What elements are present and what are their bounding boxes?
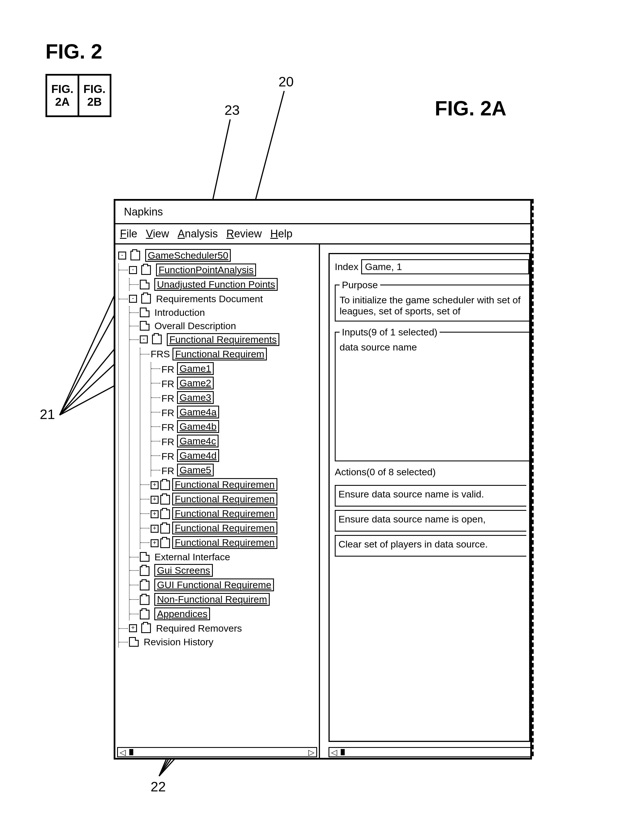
tree-rev-history[interactable]: Revision History (129, 636, 317, 647)
tree-fr-more[interactable]: +Functional Requiremen (151, 522, 317, 534)
scroll-thumb[interactable] (341, 749, 345, 755)
folder-icon (160, 509, 170, 519)
page-icon (140, 321, 150, 331)
tree-gui-screens[interactable]: Gui Screens (140, 564, 317, 577)
figure-map: FIG. 2A FIG. 2B (46, 74, 111, 117)
collapse-icon[interactable]: - (129, 266, 137, 274)
collapse-icon[interactable]: - (129, 295, 137, 303)
tree-overall[interactable]: Overall Description (140, 319, 317, 332)
tree-fr-item[interactable]: FR Game4c (161, 435, 317, 447)
actions-legend: Actions(0 of 8 selected) (335, 466, 438, 478)
purpose-group: Purpose To initialize the game scheduler… (335, 279, 529, 322)
detail-pane: Index Game, 1 Purpose To initialize the … (320, 245, 530, 759)
expand-icon[interactable]: + (151, 496, 159, 504)
page-icon (140, 308, 150, 317)
actions-group: Actions(0 of 8 selected) Ensure data sou… (335, 466, 529, 564)
expand-icon[interactable]: + (129, 624, 137, 632)
callout-23: 23 (224, 102, 240, 118)
tree-frs[interactable]: FRS Functional Requirem FR Game1 FR Game… (151, 347, 317, 477)
expand-icon[interactable]: + (151, 539, 159, 547)
action-item[interactable]: Clear set of players in data source. (335, 535, 526, 557)
index-label: Index (335, 261, 358, 272)
expand-icon[interactable]: + (151, 525, 159, 533)
inputs-text[interactable]: data source name (340, 342, 526, 353)
folder-icon (140, 610, 150, 619)
folder-icon (152, 335, 162, 344)
figure-map-2a: FIG. 2A (47, 76, 79, 115)
tree-fr-more[interactable]: +Functional Requiremen (151, 536, 317, 549)
tree-fr-more[interactable]: +Functional Requiremen (151, 507, 317, 520)
purpose-text: To initialize the game scheduler with se… (340, 295, 526, 317)
app-window: Napkins File View Analysis Review Help -… (113, 199, 532, 759)
collapse-icon[interactable]: - (140, 335, 148, 343)
tree-non-func[interactable]: Non-Functional Requirem (140, 593, 317, 606)
menu-file[interactable]: File (118, 227, 139, 240)
figure-map-2b: FIG. 2B (79, 76, 110, 115)
inputs-legend: Inputs(9 of 1 selected) (340, 327, 440, 338)
folder-icon (160, 495, 170, 505)
callout-20: 20 (279, 74, 293, 90)
tree-ext-if[interactable]: External Interface (140, 551, 317, 562)
folder-icon (131, 251, 140, 261)
tree-hscrollbar[interactable]: ◁ ▷ (117, 747, 317, 757)
tree-fr-item[interactable]: FR Game4a (161, 406, 317, 418)
tree-fpa[interactable]: - FunctionPointAnalysis Unadjusted Funct… (129, 264, 317, 291)
tree-fr-item[interactable]: FR Game5 (161, 464, 317, 477)
menu-help[interactable]: Help (268, 227, 294, 240)
tree-func-req[interactable]: - Functional Requirements FRS Functional… (140, 333, 317, 549)
scroll-thumb[interactable] (129, 749, 133, 755)
tree-fr-item[interactable]: FR Game4b (161, 420, 317, 433)
tree-fr-more[interactable]: +Functional Requiremen (151, 493, 317, 505)
tree-ufp[interactable]: Unadjusted Function Points (140, 278, 317, 291)
expand-icon[interactable]: + (151, 481, 159, 489)
scroll-right-icon[interactable]: ▷ (308, 748, 315, 757)
page-icon (129, 637, 139, 647)
menu-review[interactable]: Review (224, 227, 263, 240)
tree-fr-item[interactable]: FR Game3 (161, 391, 317, 404)
tree-fr-item[interactable]: FR Game1 (161, 362, 317, 375)
action-item[interactable]: Ensure data source name is open, (335, 510, 526, 532)
tree-req-removers[interactable]: + Required Removers (129, 622, 317, 634)
purpose-legend: Purpose (340, 279, 380, 291)
tree-appendices[interactable]: Appendices (140, 608, 317, 620)
page-icon (140, 552, 150, 562)
tree-gui-func[interactable]: GUI Functional Requireme (140, 578, 317, 591)
tree-fr-more[interactable]: +Functional Requiremen (151, 478, 317, 491)
folder-icon (160, 480, 170, 490)
tree-fr-item[interactable]: FR Game4d (161, 449, 317, 462)
menu-analysis[interactable]: Analysis (176, 227, 220, 240)
detail-hscrollbar[interactable]: ◁ (328, 747, 530, 757)
index-field[interactable]: Game, 1 (361, 259, 529, 274)
figure-label: FIG. 2 (46, 40, 102, 63)
figure-2a-label: FIG. 2A (435, 97, 506, 120)
folder-icon (140, 566, 150, 576)
folder-icon (160, 524, 170, 534)
window-title: Napkins (115, 201, 530, 224)
folder-icon (141, 265, 151, 275)
menu-bar: File View Analysis Review Help (115, 224, 530, 245)
folder-icon (141, 294, 151, 303)
svg-line-0 (256, 91, 284, 199)
folder-icon (160, 538, 170, 548)
folder-icon (140, 595, 150, 605)
menu-view[interactable]: View (144, 227, 171, 240)
inputs-group: Inputs(9 of 1 selected) data source name (335, 327, 529, 461)
scroll-left-icon[interactable]: ◁ (331, 748, 337, 757)
callout-22: 22 (151, 779, 165, 794)
tree-req-doc[interactable]: - Requirements Document Introduction (129, 292, 317, 620)
expand-icon[interactable]: + (151, 510, 159, 518)
action-item[interactable]: Ensure data source name is valid. (335, 485, 526, 507)
folder-icon (141, 624, 151, 633)
tree-fr-item[interactable]: FR Game2 (161, 377, 317, 390)
folder-icon (140, 581, 150, 591)
page-icon (140, 280, 150, 289)
collapse-icon[interactable]: - (118, 251, 126, 259)
tree-pane: - GameScheduler50 - FunctionPointAnalysi… (115, 245, 320, 759)
scroll-left-icon[interactable]: ◁ (120, 748, 126, 757)
tree-root[interactable]: - GameScheduler50 - FunctionPointAnalysi… (118, 249, 317, 647)
callout-21: 21 (40, 406, 55, 422)
tree-intro[interactable]: Introduction (140, 306, 317, 318)
